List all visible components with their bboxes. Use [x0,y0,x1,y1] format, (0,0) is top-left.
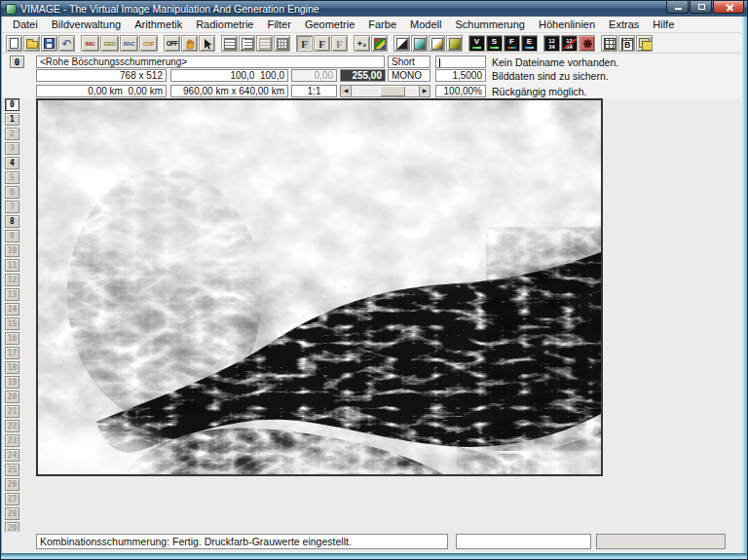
filename-field[interactable] [435,56,486,68]
image-slot-24[interactable]: 24 [5,449,19,462]
off-toggle-button[interactable]: OFF [164,35,180,52]
image-slot-8[interactable]: 8 [5,215,19,228]
menu-item-filter[interactable]: Filter [260,17,297,32]
menu-item-extras[interactable]: Extras [602,17,646,32]
image-slot-21[interactable]: 21 [5,405,19,418]
view-v-button[interactable]: V [468,35,485,52]
image-slot-16[interactable]: 16 [5,332,19,345]
menu-item-höhenlinien[interactable]: Höhenlinien [532,17,602,32]
data-type-field[interactable]: Short [388,56,430,68]
frame-list-button[interactable] [221,35,238,52]
rac-channel-button[interactable]: RAC [120,35,138,52]
filter-f1-button[interactable]: F [296,35,313,52]
origin-field[interactable]: 0,00 km 0,00 km [36,85,167,97]
image-slot-17[interactable]: 17 [5,347,19,359]
view-f-button[interactable]: F [504,35,520,52]
shading-olive-button[interactable] [446,35,463,52]
pan-hand-button[interactable] [181,35,198,52]
pair-12-34-button[interactable]: 1234 [543,35,560,52]
image-slot-22[interactable]: 22 [5,420,19,432]
geo-channel-button[interactable]: GEO [100,35,119,52]
image-slot-15[interactable]: 15 [5,317,19,330]
shading-teal-button[interactable] [411,35,428,52]
filter-f3-button[interactable]: F [331,35,348,52]
image-slot-2[interactable]: 2 [5,128,19,140]
save-file-button[interactable] [41,35,57,52]
frame-list-indent-icon [242,38,253,50]
image-size-field[interactable]: 768 x 512 [36,69,167,82]
process-settings-button[interactable] [579,35,595,52]
image-slot-28[interactable]: 28 [5,507,19,520]
grid-view-button[interactable] [601,35,617,52]
extent-field[interactable]: 960,00 km x 640,00 km [170,85,288,97]
menu-item-schummerung[interactable]: Schummerung [448,17,532,32]
image-slot-4[interactable]: 4 [5,157,19,169]
scroll-right-arrow[interactable]: ▶ [419,86,430,96]
image-name-field[interactable]: <Rohe Böschungsschummerung> [36,56,385,68]
image-slot-14[interactable]: 14 [5,303,19,316]
crosshair-3-button[interactable]: +₃ [354,35,370,52]
frame-list-indent-button[interactable] [239,35,255,52]
view-e-button[interactable]: E [521,35,538,52]
menu-item-modell[interactable]: Modell [403,17,448,32]
image-slot-10[interactable]: 10 [5,244,19,257]
image-slot-20[interactable]: 20 [5,391,19,403]
new-file-button[interactable] [6,35,22,52]
menu-item-geometrie[interactable]: Geometrie [298,17,361,32]
image-slot-26[interactable]: 26 [5,478,19,491]
image-slot-0[interactable]: 0 [5,98,19,111]
image-slot-25[interactable]: 25 [5,464,19,476]
open-file-button[interactable] [23,35,40,52]
menu-item-radiometrie[interactable]: Radiometrie [189,17,260,32]
gamma-field[interactable]: 1,5000 [435,69,486,82]
image-slot-19[interactable]: 19 [5,376,19,389]
current-slot-button[interactable]: 0 [10,56,24,68]
view-s-button[interactable]: S [486,35,503,52]
image-slot-23[interactable]: 23 [5,434,19,447]
select-arrow-button[interactable] [199,35,215,52]
close-button[interactable] [713,1,744,14]
image-slot-9[interactable]: 9 [5,230,19,243]
image-slot-13[interactable]: 13 [5,288,19,301]
img-channel-button[interactable]: IMG [81,35,99,52]
minimize-button[interactable] [666,1,689,14]
menu-item-hilfe[interactable]: Hilfe [646,17,681,32]
image-slot-27[interactable]: 27 [5,493,19,505]
grid-b-view-button[interactable]: B [618,35,635,52]
cof-channel-button[interactable]: COF [139,35,158,52]
scrollbar-track[interactable] [352,86,419,96]
color-mode-field[interactable]: MONO [388,69,430,82]
resolution-field[interactable]: 100,0 100,0 [170,69,288,82]
image-slot-7[interactable]: 7 [5,201,19,213]
filter-f2-button[interactable]: F [314,35,330,52]
zoom-percent-field[interactable]: 100,00% [435,85,486,97]
scrollbar-thumb[interactable] [380,86,405,96]
shading-gold-button[interactable] [429,35,445,52]
image-slot-6[interactable]: 6 [5,186,19,199]
image-slot-11[interactable]: 11 [5,259,19,272]
image-slot-5[interactable]: 5 [5,171,19,184]
shading-bw-button[interactable] [393,35,410,52]
scroll-left-arrow[interactable]: ◀ [341,86,352,96]
image-slot-18[interactable]: 18 [5,361,19,374]
menu-item-farbe[interactable]: Farbe [361,17,403,32]
menu-item-datei[interactable]: Datei [6,17,45,32]
menu-item-arithmetik[interactable]: Arithmetik [128,17,189,32]
image-slot-1[interactable]: 1 [5,113,19,126]
maximize-button[interactable] [690,1,712,14]
max-value-field[interactable]: 255,00 [340,69,386,82]
color-transform-button[interactable] [371,35,388,52]
image-stack-button[interactable] [636,35,653,52]
min-value-field[interactable]: 0,00 [291,69,337,82]
title-bar[interactable]: VIMAGE - The Virtual Image Manipulation … [1,1,748,17]
undo-button[interactable] [58,35,75,52]
image-slot-3[interactable]: 3 [5,142,19,155]
pair-12-34-off-button[interactable]: 1234 [561,35,578,52]
menu-item-bildverwaltung[interactable]: Bildverwaltung [45,17,129,32]
frame-list-light-button[interactable] [256,35,273,52]
zoom-scrollbar[interactable]: ◀ ▶ [340,85,430,97]
value-table-button[interactable] [274,35,290,52]
image-canvas[interactable] [36,98,603,476]
zoom-ratio-field[interactable]: 1:1 [291,85,337,97]
image-slot-12[interactable]: 12 [5,274,19,286]
